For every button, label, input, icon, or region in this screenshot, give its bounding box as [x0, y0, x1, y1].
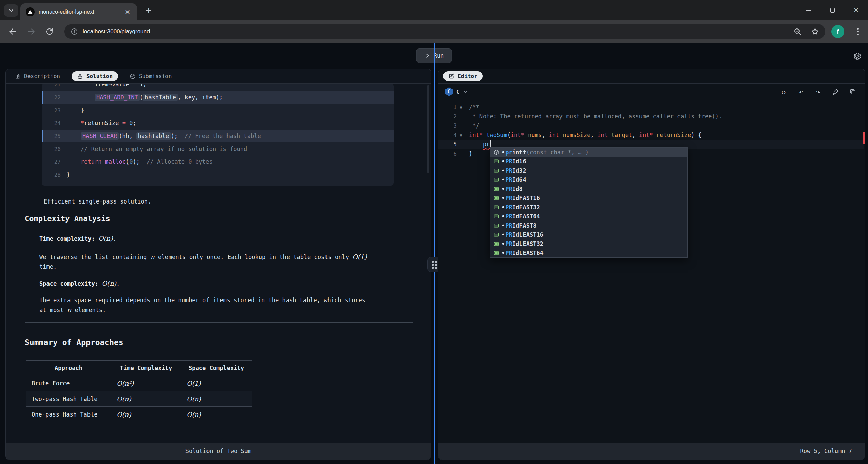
reload-icon [45, 27, 54, 36]
chevron-down-icon [8, 7, 14, 14]
browser-menu-button[interactable] [854, 25, 862, 38]
suggest-item[interactable]: •PRIdFAST64 [490, 212, 687, 221]
url-text[interactable]: localhost:3000/playground [83, 28, 789, 35]
tab-solution[interactable]: Solution [72, 71, 118, 81]
table-cell: O(1) [181, 375, 252, 391]
fold-chevron-icon[interactable]: ∨ [457, 132, 466, 138]
code-line: 21 item→value = 1; [42, 84, 394, 91]
suggest-item[interactable]: •PRIdLEAST64 [490, 248, 687, 257]
suggest-item[interactable]: •PRIdFAST8 [490, 221, 687, 230]
table-cell: O(n²) [111, 375, 181, 391]
back-button[interactable] [7, 26, 18, 37]
complexity-heading: Complexity Analysis [25, 214, 110, 224]
window-minimize-button[interactable] [797, 0, 821, 20]
field-icon [493, 176, 500, 183]
tab-close-icon[interactable]: ✕ [123, 8, 132, 16]
tab-solution-label: Solution [86, 73, 113, 79]
editor-line[interactable]: 1∨/** [438, 102, 864, 112]
tab-submission[interactable]: Submission [130, 73, 172, 79]
suggest-item[interactable]: •PRIdFAST32 [490, 202, 687, 212]
chevron-down-icon [463, 89, 468, 94]
bookmark-star-icon[interactable] [811, 27, 819, 36]
field-icon [493, 231, 500, 238]
address-bar[interactable]: localhost:3000/playground [64, 24, 825, 39]
code-line: 24 *returnSize = 0; [42, 117, 394, 130]
suggest-item[interactable]: •PRIdFAST16 [490, 193, 687, 202]
editor-line[interactable]: 3 */ [438, 121, 864, 131]
code-line: 25 HASH_CLEAR(hh, hashTable); // Free th… [42, 130, 394, 142]
tab-description-label: Description [24, 73, 60, 79]
code-line: 26 // Return an empty array if no soluti… [42, 142, 394, 155]
language-label: C [456, 89, 460, 95]
edit-pencil-icon [449, 73, 454, 79]
browser-window: monaco-editor-lsp-next ✕ + ✕ localhost:3… [0, 0, 868, 464]
code-line: 28} [42, 168, 394, 181]
suggest-item[interactable]: •PRIdLEAST16 [490, 230, 687, 239]
browser-tab[interactable]: monaco-editor-lsp-next ✕ [20, 3, 137, 20]
language-selector[interactable]: C C [445, 87, 468, 96]
editor-statusbar: Row 5, Column 7 [438, 443, 865, 460]
tab-title: monaco-editor-lsp-next [39, 9, 119, 15]
suggest-item[interactable]: •printf(const char *, … ) [490, 148, 687, 157]
editor-toolbar: C C ↺ ↶ ↷ [438, 84, 865, 99]
code-line: 22 HASH_ADD_INT(hashTable, key, item); [42, 91, 394, 104]
c-language-icon: C [445, 87, 453, 96]
suggest-item[interactable]: •PRId16 [490, 157, 687, 166]
window-maximize-button[interactable] [821, 0, 844, 20]
error-overview-mark [863, 132, 865, 144]
left-panel-scrollbar[interactable] [427, 85, 429, 173]
solution-footer-label: Solution of Two Sum [185, 448, 251, 455]
solution-code-block: 21 item→value = 1;22 HASH_ADD_INT(hashTa… [42, 84, 394, 186]
table-row: One-pass Hash TableO(n)O(n) [26, 407, 252, 422]
table-row: Two-pass Hash TableO(n)O(n) [26, 391, 252, 407]
table-cell: O(n) [181, 407, 252, 422]
editor-line[interactable]: 2 * Note: The returned array must be mal… [438, 112, 864, 121]
suggest-item[interactable]: •PRId8 [490, 184, 687, 193]
table-cell: One-pass Hash Table [26, 407, 111, 422]
time-complexity-detail: We traverse the list containing n elemen… [39, 252, 422, 271]
undo-button[interactable]: ↶ [797, 88, 805, 96]
window-close-button[interactable]: ✕ [844, 0, 868, 20]
field-icon [493, 185, 500, 193]
settings-gear-icon[interactable] [851, 50, 863, 62]
field-icon [493, 222, 500, 229]
copy-code-button[interactable] [849, 88, 857, 96]
browser-tab-strip: monaco-editor-lsp-next ✕ + ✕ [0, 0, 868, 20]
profile-avatar[interactable]: f [831, 25, 844, 38]
suggest-item[interactable]: •PRId64 [490, 175, 687, 184]
code-line: 27 return malloc(0); // Allocate 0 bytes [42, 155, 394, 168]
left-panel-tabs: Description Solution Submission [6, 69, 431, 84]
nextjs-favicon-icon [26, 7, 35, 16]
tab-editor-label: Editor [458, 73, 477, 79]
tab-search-button[interactable] [4, 4, 18, 17]
avatar-letter: f [837, 28, 839, 35]
field-icon [493, 213, 500, 220]
format-code-button[interactable] [831, 88, 840, 96]
reset-code-button[interactable]: ↺ [780, 88, 788, 96]
field-icon [493, 167, 500, 174]
suggest-item[interactable]: •PRId32 [490, 166, 687, 175]
tab-description[interactable]: Description [15, 73, 60, 79]
editor-panel-header: Editor [438, 69, 865, 84]
zoom-out-icon[interactable] [793, 27, 802, 36]
summary-heading: Summary of Approaches [25, 337, 123, 347]
space-complexity-paragraph: Space complexity: O(n). [39, 278, 120, 288]
new-tab-button[interactable]: + [142, 5, 155, 16]
editor-line[interactable]: 4∨int* twoSum(int* nums, int numsSize, i… [438, 131, 864, 140]
panel-resizer[interactable] [434, 43, 435, 464]
tab-submission-label: Submission [139, 73, 172, 79]
run-label: Run [434, 52, 444, 59]
site-info-icon[interactable] [71, 28, 78, 35]
check-circle-icon [130, 73, 136, 79]
field-icon [493, 194, 500, 202]
function-cube-icon [493, 149, 500, 156]
table-cell: Brute Force [26, 375, 111, 391]
forward-button[interactable] [26, 26, 37, 37]
autocomplete-popup: •printf(const char *, … )•PRId16•PRId32•… [490, 147, 688, 258]
redo-button[interactable]: ↷ [814, 88, 822, 96]
solution-footer: Solution of Two Sum [6, 443, 431, 460]
tab-editor[interactable]: Editor [443, 71, 483, 81]
suggest-item[interactable]: •PRIdLEAST32 [490, 239, 687, 248]
reload-button[interactable] [44, 26, 55, 37]
fold-chevron-icon[interactable]: ∨ [457, 104, 466, 110]
